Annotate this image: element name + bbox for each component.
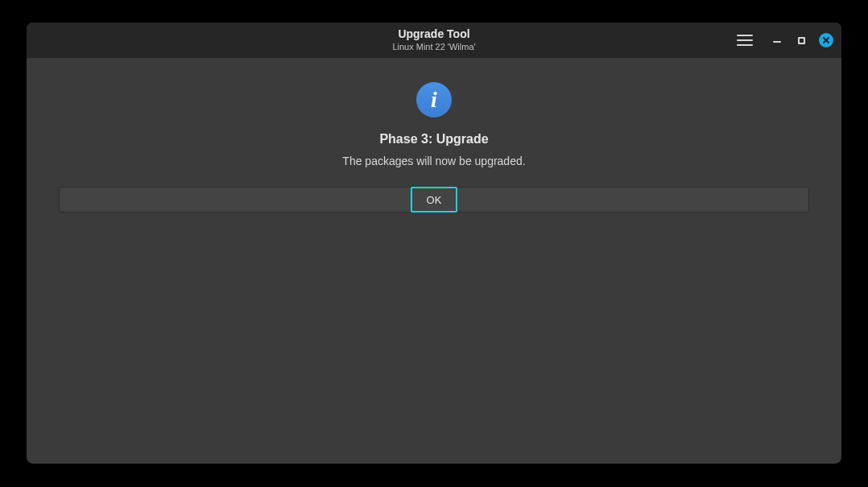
window-title: Upgrade Tool — [27, 28, 841, 40]
ok-button-label: OK — [427, 194, 442, 206]
hamburger-menu-icon[interactable] — [737, 32, 753, 48]
titlebar: Upgrade Tool Linux Mint 22 'Wilma' — [27, 23, 841, 58]
title-center: Upgrade Tool Linux Mint 22 'Wilma' — [27, 28, 841, 53]
phase-title: Phase 3: Upgrade — [379, 132, 488, 147]
maximize-button[interactable] — [795, 34, 808, 47]
phase-description: The packages will now be upgraded. — [342, 155, 525, 167]
upgrade-tool-window: Upgrade Tool Linux Mint 22 'Wilma' i — [27, 23, 841, 464]
info-icon: i — [416, 82, 452, 118]
content-area: i Phase 3: Upgrade The packages will now… — [27, 58, 841, 464]
ok-button[interactable]: OK — [411, 187, 457, 213]
window-subtitle: Linux Mint 22 'Wilma' — [27, 42, 841, 52]
minimize-icon — [773, 41, 781, 43]
titlebar-controls — [737, 32, 833, 48]
info-icon-glyph: i — [431, 87, 437, 113]
maximize-icon — [798, 37, 805, 44]
button-bar: OK — [59, 187, 809, 213]
close-button[interactable] — [819, 33, 833, 47]
close-icon — [822, 36, 830, 44]
minimize-button[interactable] — [771, 34, 783, 47]
